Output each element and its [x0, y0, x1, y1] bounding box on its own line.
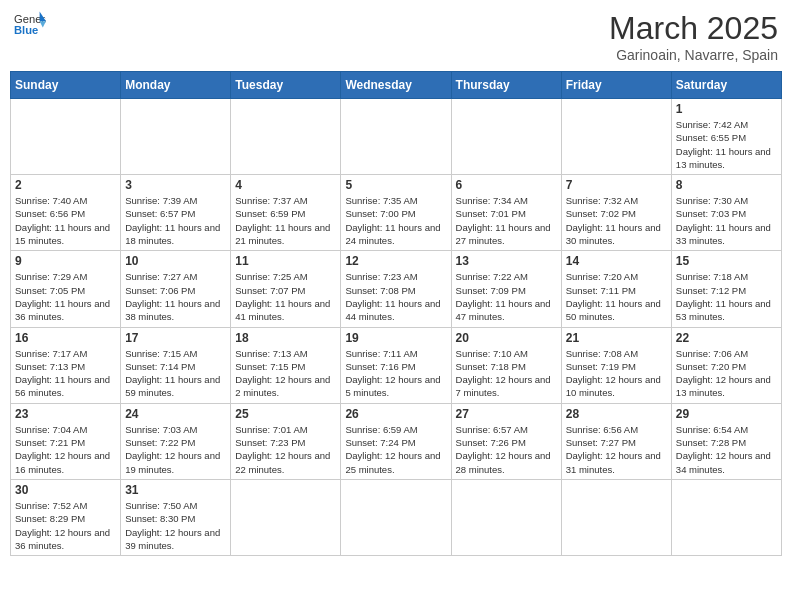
- table-row: 19Sunrise: 7:11 AM Sunset: 7:16 PM Dayli…: [341, 327, 451, 403]
- day-number: 28: [566, 407, 667, 421]
- day-number: 10: [125, 254, 226, 268]
- day-number: 22: [676, 331, 777, 345]
- table-row: [561, 479, 671, 555]
- table-row: 26Sunrise: 6:59 AM Sunset: 7:24 PM Dayli…: [341, 403, 451, 479]
- table-row: 17Sunrise: 7:15 AM Sunset: 7:14 PM Dayli…: [121, 327, 231, 403]
- table-row: 6Sunrise: 7:34 AM Sunset: 7:01 PM Daylig…: [451, 175, 561, 251]
- col-thursday: Thursday: [451, 72, 561, 99]
- day-number: 14: [566, 254, 667, 268]
- table-row: 3Sunrise: 7:39 AM Sunset: 6:57 PM Daylig…: [121, 175, 231, 251]
- day-info: Sunrise: 7:06 AM Sunset: 7:20 PM Dayligh…: [676, 347, 777, 400]
- day-info: Sunrise: 7:42 AM Sunset: 6:55 PM Dayligh…: [676, 118, 777, 171]
- page-header: General Blue March 2025 Garinoain, Navar…: [10, 10, 782, 63]
- calendar-week-row: 1Sunrise: 7:42 AM Sunset: 6:55 PM Daylig…: [11, 99, 782, 175]
- col-sunday: Sunday: [11, 72, 121, 99]
- day-number: 11: [235, 254, 336, 268]
- day-number: 26: [345, 407, 446, 421]
- day-info: Sunrise: 6:56 AM Sunset: 7:27 PM Dayligh…: [566, 423, 667, 476]
- day-info: Sunrise: 7:27 AM Sunset: 7:06 PM Dayligh…: [125, 270, 226, 323]
- day-number: 7: [566, 178, 667, 192]
- day-info: Sunrise: 7:03 AM Sunset: 7:22 PM Dayligh…: [125, 423, 226, 476]
- table-row: [451, 99, 561, 175]
- col-saturday: Saturday: [671, 72, 781, 99]
- table-row: 23Sunrise: 7:04 AM Sunset: 7:21 PM Dayli…: [11, 403, 121, 479]
- table-row: [451, 479, 561, 555]
- day-info: Sunrise: 7:08 AM Sunset: 7:19 PM Dayligh…: [566, 347, 667, 400]
- table-row: 7Sunrise: 7:32 AM Sunset: 7:02 PM Daylig…: [561, 175, 671, 251]
- table-row: 1Sunrise: 7:42 AM Sunset: 6:55 PM Daylig…: [671, 99, 781, 175]
- day-number: 31: [125, 483, 226, 497]
- table-row: 28Sunrise: 6:56 AM Sunset: 7:27 PM Dayli…: [561, 403, 671, 479]
- day-info: Sunrise: 6:57 AM Sunset: 7:26 PM Dayligh…: [456, 423, 557, 476]
- day-number: 25: [235, 407, 336, 421]
- day-number: 16: [15, 331, 116, 345]
- svg-text:Blue: Blue: [14, 24, 38, 36]
- day-info: Sunrise: 7:10 AM Sunset: 7:18 PM Dayligh…: [456, 347, 557, 400]
- calendar-week-row: 23Sunrise: 7:04 AM Sunset: 7:21 PM Dayli…: [11, 403, 782, 479]
- table-row: 22Sunrise: 7:06 AM Sunset: 7:20 PM Dayli…: [671, 327, 781, 403]
- day-number: 8: [676, 178, 777, 192]
- day-info: Sunrise: 7:37 AM Sunset: 6:59 PM Dayligh…: [235, 194, 336, 247]
- day-info: Sunrise: 7:40 AM Sunset: 6:56 PM Dayligh…: [15, 194, 116, 247]
- col-wednesday: Wednesday: [341, 72, 451, 99]
- day-number: 15: [676, 254, 777, 268]
- logo-icon: General Blue: [14, 10, 46, 38]
- table-row: 4Sunrise: 7:37 AM Sunset: 6:59 PM Daylig…: [231, 175, 341, 251]
- table-row: [11, 99, 121, 175]
- day-number: 4: [235, 178, 336, 192]
- table-row: 24Sunrise: 7:03 AM Sunset: 7:22 PM Dayli…: [121, 403, 231, 479]
- day-number: 5: [345, 178, 446, 192]
- col-monday: Monday: [121, 72, 231, 99]
- table-row: 30Sunrise: 7:52 AM Sunset: 8:29 PM Dayli…: [11, 479, 121, 555]
- table-row: 18Sunrise: 7:13 AM Sunset: 7:15 PM Dayli…: [231, 327, 341, 403]
- calendar-header-row: Sunday Monday Tuesday Wednesday Thursday…: [11, 72, 782, 99]
- day-info: Sunrise: 7:13 AM Sunset: 7:15 PM Dayligh…: [235, 347, 336, 400]
- day-number: 27: [456, 407, 557, 421]
- table-row: [341, 479, 451, 555]
- calendar-table: Sunday Monday Tuesday Wednesday Thursday…: [10, 71, 782, 556]
- table-row: 25Sunrise: 7:01 AM Sunset: 7:23 PM Dayli…: [231, 403, 341, 479]
- day-info: Sunrise: 7:15 AM Sunset: 7:14 PM Dayligh…: [125, 347, 226, 400]
- day-number: 24: [125, 407, 226, 421]
- table-row: [671, 479, 781, 555]
- table-row: 29Sunrise: 6:54 AM Sunset: 7:28 PM Dayli…: [671, 403, 781, 479]
- day-info: Sunrise: 7:18 AM Sunset: 7:12 PM Dayligh…: [676, 270, 777, 323]
- day-number: 6: [456, 178, 557, 192]
- day-number: 12: [345, 254, 446, 268]
- day-info: Sunrise: 7:32 AM Sunset: 7:02 PM Dayligh…: [566, 194, 667, 247]
- table-row: 31Sunrise: 7:50 AM Sunset: 8:30 PM Dayli…: [121, 479, 231, 555]
- table-row: 8Sunrise: 7:30 AM Sunset: 7:03 PM Daylig…: [671, 175, 781, 251]
- table-row: [231, 99, 341, 175]
- day-number: 17: [125, 331, 226, 345]
- day-info: Sunrise: 7:39 AM Sunset: 6:57 PM Dayligh…: [125, 194, 226, 247]
- table-row: [231, 479, 341, 555]
- col-friday: Friday: [561, 72, 671, 99]
- day-number: 19: [345, 331, 446, 345]
- day-info: Sunrise: 7:04 AM Sunset: 7:21 PM Dayligh…: [15, 423, 116, 476]
- table-row: 11Sunrise: 7:25 AM Sunset: 7:07 PM Dayli…: [231, 251, 341, 327]
- table-row: 16Sunrise: 7:17 AM Sunset: 7:13 PM Dayli…: [11, 327, 121, 403]
- day-info: Sunrise: 7:30 AM Sunset: 7:03 PM Dayligh…: [676, 194, 777, 247]
- day-info: Sunrise: 7:22 AM Sunset: 7:09 PM Dayligh…: [456, 270, 557, 323]
- day-number: 20: [456, 331, 557, 345]
- day-number: 13: [456, 254, 557, 268]
- day-info: Sunrise: 7:29 AM Sunset: 7:05 PM Dayligh…: [15, 270, 116, 323]
- col-tuesday: Tuesday: [231, 72, 341, 99]
- day-info: Sunrise: 7:17 AM Sunset: 7:13 PM Dayligh…: [15, 347, 116, 400]
- day-info: Sunrise: 7:52 AM Sunset: 8:29 PM Dayligh…: [15, 499, 116, 552]
- table-row: [341, 99, 451, 175]
- day-info: Sunrise: 7:25 AM Sunset: 7:07 PM Dayligh…: [235, 270, 336, 323]
- day-info: Sunrise: 7:50 AM Sunset: 8:30 PM Dayligh…: [125, 499, 226, 552]
- day-number: 3: [125, 178, 226, 192]
- table-row: [121, 99, 231, 175]
- calendar-week-row: 30Sunrise: 7:52 AM Sunset: 8:29 PM Dayli…: [11, 479, 782, 555]
- table-row: 15Sunrise: 7:18 AM Sunset: 7:12 PM Dayli…: [671, 251, 781, 327]
- logo: General Blue: [14, 10, 46, 38]
- day-info: Sunrise: 6:59 AM Sunset: 7:24 PM Dayligh…: [345, 423, 446, 476]
- day-info: Sunrise: 7:23 AM Sunset: 7:08 PM Dayligh…: [345, 270, 446, 323]
- table-row: 10Sunrise: 7:27 AM Sunset: 7:06 PM Dayli…: [121, 251, 231, 327]
- table-row: 27Sunrise: 6:57 AM Sunset: 7:26 PM Dayli…: [451, 403, 561, 479]
- calendar-week-row: 9Sunrise: 7:29 AM Sunset: 7:05 PM Daylig…: [11, 251, 782, 327]
- table-row: 13Sunrise: 7:22 AM Sunset: 7:09 PM Dayli…: [451, 251, 561, 327]
- day-info: Sunrise: 7:11 AM Sunset: 7:16 PM Dayligh…: [345, 347, 446, 400]
